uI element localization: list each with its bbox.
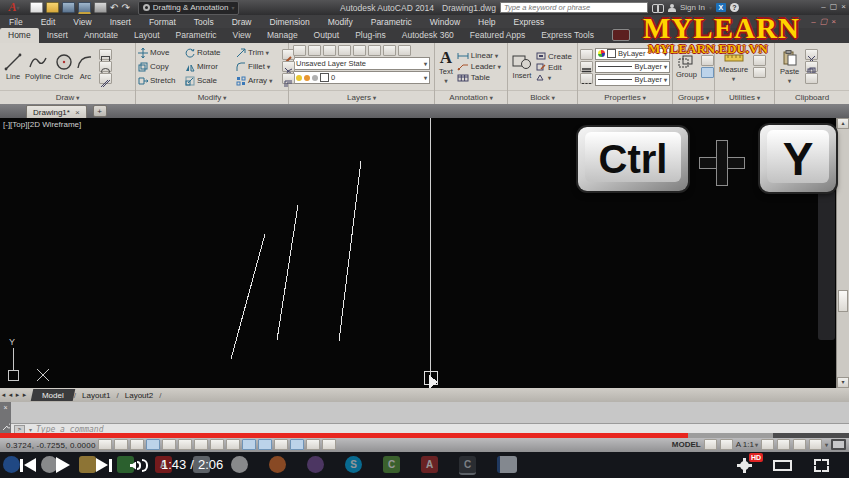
tab-annotate[interactable]: Annotate — [76, 28, 126, 43]
insert-block-tool[interactable]: Insert — [512, 54, 532, 80]
new-file-icon[interactable] — [30, 2, 43, 13]
scale-tool[interactable]: Scale — [185, 76, 236, 86]
autocad-logo-icon[interactable]: A▾ — [2, 1, 26, 14]
ribbon-options-icon[interactable] — [612, 29, 630, 41]
cut-icon[interactable] — [805, 49, 818, 60]
layer-tool-icon[interactable] — [308, 45, 321, 56]
menu-modify[interactable]: Modify — [319, 17, 362, 27]
restore-button[interactable]: ▢ — [830, 2, 838, 11]
undo-icon[interactable]: ↶ — [110, 3, 118, 12]
toolbar-lock-icon[interactable] — [809, 439, 822, 450]
trim-tool[interactable]: Trim▾ — [236, 48, 280, 58]
ellipse-tool-icon[interactable] — [99, 61, 112, 72]
doc-close-button[interactable]: × — [831, 17, 836, 26]
tab-insert[interactable]: Insert — [39, 28, 76, 43]
workspace-switcher[interactable]: Drafting & Annotation ▾ — [138, 1, 240, 15]
layer-tool-icon[interactable] — [383, 45, 396, 56]
table-tool[interactable]: Table — [457, 73, 501, 82]
layer-dropdown[interactable]: 0 ▾ — [293, 71, 430, 84]
autoscale-icon[interactable] — [777, 439, 790, 450]
first-tab-icon[interactable]: ◂ — [0, 391, 7, 399]
prev-tab-icon[interactable]: ◂ — [7, 391, 14, 399]
arc-tool[interactable]: Arc — [76, 53, 94, 81]
status-toggle[interactable] — [226, 439, 240, 450]
customize-wrench-icon[interactable] — [2, 423, 10, 431]
create-block-tool[interactable]: Create — [536, 52, 572, 61]
quick-view-drawings-icon[interactable] — [720, 439, 733, 450]
tab-view[interactable]: View — [225, 28, 259, 43]
menu-insert[interactable]: Insert — [101, 17, 140, 27]
stretch-tool[interactable]: Stretch — [138, 76, 185, 86]
layer-tool-icon[interactable] — [293, 45, 306, 56]
layer-tool-icon[interactable] — [398, 45, 411, 56]
menu-help[interactable]: Help — [469, 17, 504, 27]
tab-manage[interactable]: Manage — [259, 28, 306, 43]
rectangle-tool-icon[interactable] — [99, 49, 112, 60]
drawing-canvas[interactable]: [-][Top][2D Wireframe] Y ▴ ▾ Ctrl Y — [0, 118, 849, 388]
vertical-scrollbar[interactable]: ▴ ▾ — [836, 118, 849, 388]
save-as-icon[interactable] — [78, 2, 91, 14]
group-edit-icon[interactable] — [701, 67, 714, 78]
offset-tool-icon[interactable] — [282, 73, 295, 84]
panel-label-modify[interactable]: Modify▾ — [136, 90, 288, 104]
volume-button[interactable] — [130, 459, 148, 472]
status-toggle[interactable] — [258, 439, 272, 450]
status-toggle[interactable] — [114, 439, 128, 450]
paste-special-icon[interactable] — [805, 73, 818, 84]
navigation-bar[interactable] — [818, 190, 835, 340]
save-icon[interactable] — [62, 2, 75, 13]
last-tab-icon[interactable]: ▸ — [21, 391, 28, 399]
cleanscreen-icon[interactable] — [831, 439, 846, 450]
menu-express[interactable]: Express — [505, 17, 554, 27]
linetype-dropdown[interactable]: ByLayer▾ — [595, 74, 670, 86]
status-toggle[interactable] — [306, 439, 320, 450]
status-toggle[interactable] — [146, 439, 160, 450]
panel-label-properties[interactable]: Properties▾ — [578, 90, 672, 104]
linear-dimension-tool[interactable]: Linear▾ — [457, 51, 501, 60]
circle-tool[interactable]: Circle — [54, 53, 73, 81]
menu-view[interactable]: View — [64, 17, 100, 27]
tab-featured-apps[interactable]: Featured Apps — [462, 28, 533, 43]
layer-tool-icon[interactable] — [338, 45, 351, 56]
model-space-label[interactable]: MODEL — [672, 440, 701, 449]
menu-dimension[interactable]: Dimension — [261, 17, 319, 27]
copy-clip-icon[interactable] — [805, 61, 818, 72]
rotate-tool[interactable]: Rotate — [185, 48, 236, 58]
line-tool[interactable]: Line — [4, 53, 22, 81]
leader-tool[interactable]: Leader▾ — [457, 62, 501, 71]
panel-label-draw[interactable]: Draw▾ — [0, 90, 135, 104]
layer-state-dropdown[interactable]: Unsaved Layer State ▾ — [293, 57, 430, 70]
status-toggle[interactable] — [274, 439, 288, 450]
search-binoculars-icon[interactable] — [652, 4, 664, 12]
scroll-down-icon[interactable]: ▾ — [837, 377, 849, 388]
panel-label-annotation[interactable]: Annotation▾ — [435, 90, 507, 104]
copy-tool[interactable]: Copy — [138, 62, 185, 72]
panel-label-groups[interactable]: Groups▾ — [673, 90, 714, 104]
sign-in-label[interactable]: Sign In — [680, 3, 705, 12]
redo-icon[interactable]: ↷ — [121, 3, 129, 12]
tab-model[interactable]: Model — [31, 389, 75, 401]
tab-home[interactable]: Home — [0, 28, 39, 43]
menu-tools[interactable]: Tools — [185, 17, 223, 27]
menu-edit[interactable]: Edit — [32, 17, 65, 27]
scroll-up-icon[interactable]: ▴ — [837, 118, 849, 129]
quick-calculator-icon[interactable] — [753, 67, 766, 78]
play-button[interactable] — [56, 457, 70, 473]
tab-layout2[interactable]: Layout2 — [119, 391, 159, 400]
doc-minimize-button[interactable]: – — [811, 17, 815, 26]
new-drawing-tab-button[interactable]: + — [93, 105, 107, 117]
tab-output[interactable]: Output — [306, 28, 348, 43]
status-toggle[interactable] — [98, 439, 112, 450]
tab-layout1[interactable]: Layout1 — [76, 391, 116, 400]
paste-tool[interactable]: Paste ▾ — [780, 50, 799, 84]
menu-parametric[interactable]: Parametric — [362, 17, 421, 27]
mirror-tool[interactable]: Mirror — [185, 62, 236, 72]
layer-tool-icon[interactable] — [323, 45, 336, 56]
group-tool[interactable]: Group — [676, 55, 697, 79]
command-close-icon[interactable]: × — [3, 404, 7, 411]
status-toggle[interactable] — [178, 439, 192, 450]
exchange-apps-icon[interactable]: X — [716, 3, 726, 12]
status-toggle[interactable] — [162, 439, 176, 450]
quick-view-layouts-icon[interactable] — [704, 439, 717, 450]
fillet-tool[interactable]: Fillet▾ — [236, 62, 280, 72]
